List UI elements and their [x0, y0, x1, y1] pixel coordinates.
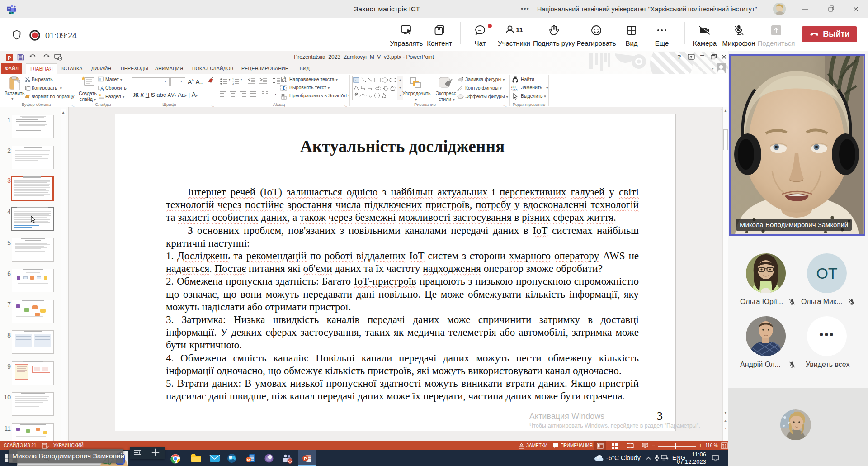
svg-text:T: T: [8, 7, 10, 11]
svg-text:A: A: [283, 76, 286, 80]
svg-text:3: 3: [232, 82, 234, 85]
svg-text:P: P: [304, 456, 307, 461]
svg-text:▾: ▾: [275, 93, 276, 95]
svg-text:ч̣ac: ч̣ac: [511, 88, 518, 91]
svg-text:NEW: NEW: [9, 12, 14, 14]
svg-text:M: M: [247, 458, 250, 462]
svg-text:▾: ▾: [241, 78, 242, 81]
svg-text:▾: ▾: [229, 78, 230, 81]
svg-text:A: A: [354, 79, 357, 82]
svg-text:11: 11: [516, 26, 523, 33]
